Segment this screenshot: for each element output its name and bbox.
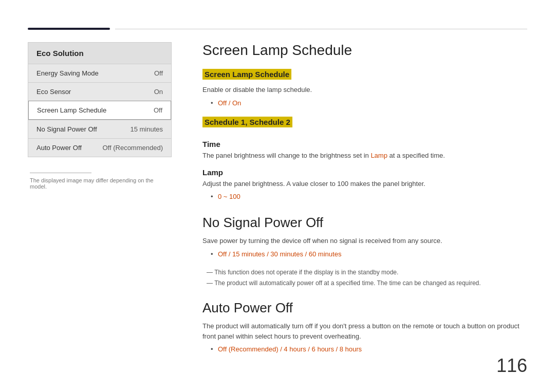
time-subtitle: Time (202, 140, 527, 148)
auto-power-option-text: Off (Recommended) / 4 hours / 6 hours / … (218, 345, 362, 353)
no-signal-option: Off / 15 minutes / 30 minutes / 60 minut… (211, 249, 527, 260)
menu-item-no-signal-value: 15 minutes (130, 125, 163, 133)
schedule-highlight: Schedule 1, Schedule 2 (202, 117, 292, 127)
auto-power-title: Auto Power Off (202, 300, 527, 316)
time-desc: The panel brightness will change to the … (202, 151, 527, 161)
menu-item-eco-sensor-label: Eco Sensor (36, 88, 71, 96)
screen-lamp-option-text: Off / On (218, 99, 241, 107)
no-signal-options-list: Off / 15 minutes / 30 minutes / 60 minut… (211, 249, 527, 260)
sidebar: Eco Solution Energy Saving Mode Off Eco … (28, 42, 172, 363)
no-signal-title: No Signal Power Off (202, 215, 527, 231)
eco-solution-title: Eco Solution (28, 43, 171, 64)
lamp-range-list: 0 ~ 100 (211, 192, 527, 202)
menu-item-screen-lamp[interactable]: Screen Lamp Schedule Off (28, 101, 171, 120)
lamp-desc: Adjust the panel brightness. A value clo… (202, 179, 527, 189)
note1: This function does not operate if the di… (207, 268, 527, 277)
menu-item-auto-power[interactable]: Auto Power Off Off (Recommended) (28, 138, 171, 157)
menu-item-energy-saving-label: Energy Saving Mode (36, 69, 99, 77)
content-area: Screen Lamp Schedule Screen Lamp Schedul… (202, 42, 527, 363)
menu-item-screen-lamp-value: Off (154, 106, 162, 114)
lamp-subtitle: Lamp (202, 168, 527, 177)
menu-item-eco-sensor[interactable]: Eco Sensor On (28, 82, 171, 101)
screen-lamp-option: Off / On (211, 98, 527, 109)
main-content: Eco Solution Energy Saving Mode Off Eco … (0, 42, 555, 363)
menu-item-screen-lamp-label: Screen Lamp Schedule (37, 106, 106, 114)
screen-lamp-desc: Enable or disable the lamp schedule. (202, 85, 527, 95)
lamp-link: Lamp (371, 152, 387, 159)
lamp-range-text: 0 ~ 100 (218, 193, 240, 200)
no-signal-option-text: Off / 15 minutes / 30 minutes / 60 minut… (218, 250, 341, 258)
lamp-range-item: 0 ~ 100 (211, 192, 527, 202)
no-signal-desc: Save power by turning the device off whe… (202, 236, 527, 246)
menu-item-eco-sensor-value: On (154, 88, 163, 96)
screen-lamp-options-list: Off / On (211, 98, 527, 109)
top-bar (0, 28, 555, 30)
menu-item-energy-saving-value: Off (154, 69, 163, 77)
top-bar-dark-line (28, 28, 110, 30)
menu-item-auto-power-label: Auto Power Off (36, 144, 82, 152)
auto-power-options-list: Off (Recommended) / 4 hours / 6 hours / … (211, 344, 527, 355)
menu-item-auto-power-value: Off (Recommended) (102, 144, 163, 152)
auto-power-option: Off (Recommended) / 4 hours / 6 hours / … (211, 344, 527, 355)
screen-lamp-schedule-highlight: Screen Lamp Schedule (202, 69, 291, 80)
menu-item-energy-saving[interactable]: Energy Saving Mode Off (28, 64, 171, 82)
top-bar-light-line (115, 29, 527, 29)
page-number: 116 (496, 355, 527, 377)
sidebar-footnote: The displayed image may differ depending… (28, 173, 172, 190)
auto-power-desc: The product will automatically turn off … (202, 321, 527, 341)
page-title: Screen Lamp Schedule (202, 42, 527, 59)
note2: The product will automatically power off… (207, 278, 527, 288)
eco-solution-box: Eco Solution Energy Saving Mode Off Eco … (28, 42, 172, 157)
menu-item-no-signal-label: No Signal Power Off (36, 125, 97, 133)
sidebar-footnote-text: The displayed image may differ depending… (30, 177, 154, 190)
sidebar-footnote-divider (30, 173, 91, 173)
menu-item-no-signal[interactable]: No Signal Power Off 15 minutes (28, 120, 171, 138)
